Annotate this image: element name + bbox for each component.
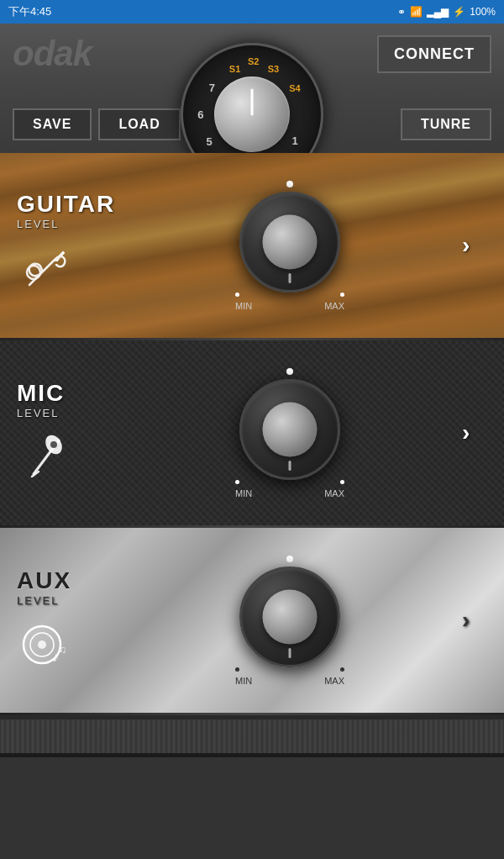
aux-knob-center [263, 589, 318, 644]
mic-dot-min [235, 480, 239, 484]
dial-s2-label: S2 [248, 56, 259, 66]
aux-max-label: MAX [324, 676, 344, 686]
aux-knob-labels: MIN MAX [235, 676, 344, 686]
svg-point-9 [38, 640, 46, 649]
guitar-knob-dots [235, 292, 344, 297]
guitar-chevron[interactable]: › [462, 232, 487, 259]
save-load-group: SAVE LOAD [13, 108, 181, 140]
guitar-knob-center [263, 214, 318, 269]
app-logo: odak [13, 34, 92, 74]
dial-s3-label: S3 [268, 64, 279, 74]
guitar-knob-area[interactable]: MIN MAX [134, 181, 445, 311]
guitar-channel: GUITAR LEVEL [0, 153, 504, 338]
guitar-min-label: MIN [235, 301, 252, 311]
aux-channel: AUX LEVEL ♪ ♫ [0, 528, 504, 713]
guitar-icon [17, 239, 118, 301]
aux-knob[interactable] [239, 567, 340, 667]
aux-dot-indicator [286, 556, 293, 562]
guitar-knob[interactable] [239, 192, 340, 292]
aux-dot-min [235, 667, 239, 672]
dial-s1-label: S1 [229, 64, 240, 74]
bottom-wave-pattern [0, 719, 504, 753]
connect-button[interactable]: CONNECT [377, 35, 491, 73]
guitar-knob-labels: MIN MAX [235, 301, 344, 311]
wifi-icon: 📶 [410, 6, 423, 18]
aux-dot-max [340, 667, 344, 672]
dial-s4-label: S4 [289, 83, 300, 93]
guitar-dot-max [340, 292, 344, 297]
save-button[interactable]: SAVE [13, 108, 92, 140]
bottom-partial-panel [0, 715, 504, 757]
mic-channel-left: MIC LEVEL [17, 380, 118, 486]
bluetooth-icon: ⚭ [397, 6, 406, 18]
guitar-channel-left: GUITAR LEVEL [17, 191, 118, 301]
guitar-max-label: MAX [324, 301, 344, 311]
tune-button[interactable]: TUNRE [401, 108, 491, 140]
charging-icon: ⚡ [453, 6, 465, 18]
mic-chevron[interactable]: › [462, 419, 487, 446]
mic-channel-sublabel: LEVEL [17, 407, 118, 419]
dial-indicator [251, 89, 254, 116]
dial-num-7: 7 [209, 81, 215, 93]
svg-text:♫: ♫ [59, 644, 66, 656]
guitar-dot-indicator [286, 181, 293, 187]
mic-knob-tick [289, 461, 291, 471]
status-time: 下午4:45 [8, 4, 51, 19]
disc-icon: ♪ ♫ [17, 615, 118, 673]
mic-dot-max [340, 480, 344, 484]
aux-channel-name: AUX [17, 567, 118, 594]
mic-knob-center [263, 402, 318, 456]
mic-channel: MIC LEVEL MIN [0, 340, 504, 525]
mic-max-label: MAX [324, 488, 344, 498]
svg-text:♪: ♪ [52, 650, 59, 664]
status-right: ⚭ 📶 ▂▄▆ ⚡ 100% [397, 6, 496, 18]
mic-icon [17, 428, 118, 486]
signal-bars: ▂▄▆ [427, 6, 449, 18]
dial-num-5: 5 [206, 135, 212, 148]
aux-channel-content: AUX LEVEL ♪ ♫ [0, 556, 504, 686]
status-bar: 下午4:45 ⚭ 📶 ▂▄▆ ⚡ 100% [0, 0, 504, 24]
dial-center-knob[interactable] [214, 76, 290, 152]
aux-knob-dots [235, 667, 344, 672]
mic-knob-labels: MIN MAX [235, 488, 344, 498]
mic-dot-indicator [286, 368, 293, 375]
aux-knob-tick [289, 648, 291, 658]
mic-channel-name: MIC [17, 380, 118, 407]
guitar-channel-name: GUITAR [17, 191, 118, 218]
dial-num-6: 6 [197, 108, 203, 121]
guitar-channel-content: GUITAR LEVEL [0, 181, 504, 311]
mic-knob-area[interactable]: MIN MAX [134, 368, 445, 498]
mic-knob-dots [235, 480, 344, 484]
aux-min-label: MIN [235, 676, 252, 686]
mic-channel-content: MIC LEVEL MIN [0, 368, 504, 498]
guitar-channel-sublabel: LEVEL [17, 218, 118, 230]
top-panel: odak S1 S2 S3 S4 7 6 5 4 3 2 1 [0, 24, 504, 153]
dial-num-1: 1 [291, 134, 297, 146]
aux-chevron[interactable]: › [462, 607, 487, 634]
guitar-dot-min [235, 292, 239, 297]
mic-knob[interactable] [239, 379, 340, 480]
guitar-knob-tick [289, 273, 291, 283]
battery-percent: 100% [470, 6, 496, 18]
aux-channel-left: AUX LEVEL ♪ ♫ [17, 567, 118, 673]
mic-min-label: MIN [235, 488, 252, 498]
aux-channel-sublabel: LEVEL [17, 594, 118, 607]
svg-point-5 [50, 441, 57, 448]
aux-knob-area[interactable]: MIN MAX [134, 556, 445, 686]
svg-line-2 [49, 261, 54, 266]
